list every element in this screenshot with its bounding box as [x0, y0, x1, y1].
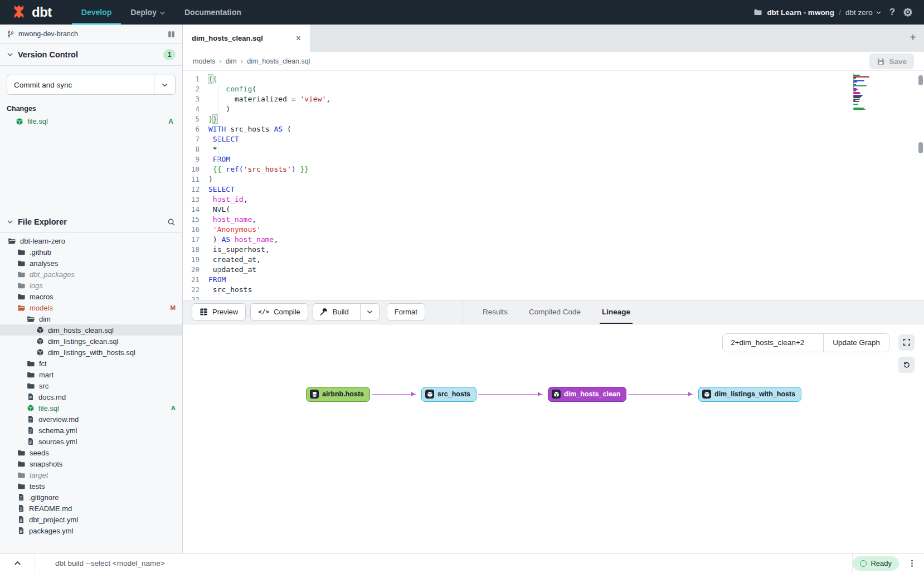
tree-item-packages-yml[interactable]: packages.yml	[0, 525, 182, 536]
save-button[interactable]: Save	[869, 54, 914, 69]
environment-selector[interactable]: dbt zero	[845, 8, 882, 17]
commit-and-sync-button[interactable]: Commit and sync	[7, 75, 176, 95]
lineage-node-dim-hosts-clean[interactable]: dim_hosts_clean	[548, 387, 626, 402]
tree-item-file-sql[interactable]: file.sqlA	[0, 402, 182, 414]
tree-item-dim-listings-with-hosts-sql[interactable]: dim_listings_with_hosts.sql	[0, 347, 182, 358]
nav-deploy[interactable]: Deploy	[121, 0, 175, 25]
tree-item-label: sources.yml	[38, 438, 77, 446]
folder-icon	[17, 270, 26, 279]
code-text: host_name,	[208, 215, 256, 225]
tree-item-logs[interactable]: logs	[0, 280, 182, 291]
breadcrumb: models › dim › dim_hosts_clean.sql Save	[183, 52, 924, 71]
new-tab-button[interactable]: +	[910, 31, 916, 44]
format-button[interactable]: Format	[387, 303, 425, 321]
lineage-edge	[372, 394, 416, 395]
code-line: 19 created_at,	[183, 255, 924, 265]
version-control-header[interactable]: Version Control 1	[0, 44, 182, 66]
tree-item-dbt-packages[interactable]: dbt_packages	[0, 269, 182, 280]
command-input[interactable]: dbt build --select <model_name>	[35, 559, 852, 567]
collapse-chevron-up-icon[interactable]	[0, 559, 35, 567]
changed-file-row[interactable]: file.sql A	[7, 116, 176, 127]
tree-item-models[interactable]: modelsM	[0, 302, 182, 313]
code-editor[interactable]: 1{{2 config(3 materialized = 'view',4 )5…	[183, 71, 924, 300]
tree-item-label: packages.yml	[29, 527, 73, 535]
panel-tab-compiled-code[interactable]: Compiled Code	[529, 300, 581, 324]
close-icon[interactable]: ×	[296, 33, 301, 43]
code-text: *	[208, 144, 217, 154]
code-text: SELECT	[208, 184, 235, 195]
search-icon[interactable]	[167, 218, 176, 226]
docs-book-icon[interactable]	[167, 30, 176, 38]
folder-icon	[17, 293, 26, 301]
tree-item-dim-listings-clean-sql[interactable]: dim_listings_clean.sql	[0, 336, 182, 347]
dbt-brand[interactable]: dbt	[0, 0, 62, 25]
commit-options-caret[interactable]	[154, 75, 175, 94]
preview-button[interactable]: Preview	[192, 303, 246, 321]
code-line: 3 materialized = 'view',	[183, 94, 924, 104]
tree-item-src[interactable]: src	[0, 380, 182, 391]
build-main-segment[interactable]: Build	[313, 308, 356, 316]
code-line: 14 NVL(	[183, 205, 924, 215]
tree-item-dim-hosts-clean-sql[interactable]: dim_hosts_clean.sql	[0, 324, 182, 336]
file-explorer-header[interactable]: File Explorer	[0, 211, 182, 233]
tree-item-tests[interactable]: tests	[0, 480, 182, 492]
changed-file-name: file.sql	[27, 117, 48, 125]
tree-item-fct[interactable]: fct	[0, 358, 182, 369]
tree-item-snapshots[interactable]: snapshots	[0, 458, 182, 469]
panel-tab-results[interactable]: Results	[483, 300, 508, 324]
code-text: NVL(	[208, 205, 230, 215]
line-number: 15	[183, 215, 208, 225]
command-bar: dbt build --select <model_name> Ready	[0, 553, 924, 573]
line-number: 3	[183, 94, 208, 104]
tree-item-schema-yml[interactable]: schema.yml	[0, 425, 182, 436]
tree-item-dbt-learn-zero[interactable]: dbt-learn-zero	[0, 235, 182, 246]
help-icon[interactable]: ?	[889, 7, 895, 18]
code-line: 16 'Anonymous'	[183, 225, 924, 235]
scrollbar-thumb[interactable]	[918, 142, 923, 153]
line-number: 5	[183, 114, 208, 124]
project-selector[interactable]: dbt Learn - mwong / dbt zero	[753, 8, 881, 17]
tree-item-overview-md[interactable]: overview.md	[0, 414, 182, 425]
code-line: 6WITH src_hosts AS (	[183, 124, 924, 134]
save-label: Save	[889, 57, 907, 66]
minimap[interactable]	[853, 74, 871, 111]
build-button[interactable]: Build	[313, 303, 380, 321]
tree-item-label: logs	[30, 281, 43, 290]
tree-item--gitignore[interactable]: .gitignore	[0, 492, 182, 503]
model-cube-icon	[702, 390, 711, 399]
panel-tab-lineage[interactable]: Lineage	[602, 300, 630, 324]
tree-item-readme-md[interactable]: README.md	[0, 503, 182, 514]
sidebar: mwong-dev-branch Version Control 1 Commi…	[0, 25, 183, 553]
build-options-caret[interactable]	[360, 304, 379, 320]
panel-tabs: ResultsCompiled CodeLineage	[473, 300, 630, 324]
tree-item-mart[interactable]: mart	[0, 369, 182, 380]
gear-icon[interactable]: ⚙	[903, 6, 913, 19]
nav-develop[interactable]: Develop	[72, 0, 121, 25]
compile-button[interactable]: </>Compile	[250, 303, 308, 321]
tree-item--github[interactable]: .github	[0, 246, 182, 258]
tree-item-label: seeds	[30, 449, 49, 457]
button-label: Format	[395, 308, 417, 316]
tree-item-sources-yml[interactable]: sources.yml	[0, 436, 182, 447]
code-text: src_hosts	[208, 285, 252, 295]
tree-item-analyses[interactable]: analyses	[0, 258, 182, 269]
tree-item-dbt-project-yml[interactable]: dbt_project.yml	[0, 514, 182, 525]
command-bar-right: Ready	[853, 553, 924, 573]
tree-item-target[interactable]: target	[0, 469, 182, 480]
lineage-node-airbnb-hosts[interactable]: airbnb.hosts	[306, 387, 370, 402]
tab-dim-hosts-clean[interactable]: dim_hosts_clean.sql ×	[183, 25, 310, 52]
file-icon	[27, 438, 35, 445]
tree-item-docs-md[interactable]: docs.md	[0, 391, 182, 402]
scrollbar-thumb[interactable]	[918, 75, 923, 85]
kebab-menu-icon[interactable]	[908, 559, 916, 567]
changes-label: Changes	[7, 105, 176, 113]
tree-item-dim[interactable]: dim	[0, 313, 182, 324]
lineage-node-dim-listings-with-hosts[interactable]: dim_listings_with_hosts	[698, 387, 801, 402]
tree-item-macros[interactable]: macros	[0, 291, 182, 302]
changes-count-badge: 1	[163, 49, 176, 60]
tree-item-label: .gitignore	[29, 493, 59, 502]
tree-item-seeds[interactable]: seeds	[0, 447, 182, 458]
nav-documentation[interactable]: Documentation	[175, 0, 251, 25]
lineage-node-src-hosts[interactable]: src_hosts	[421, 387, 476, 402]
nav-right: dbt Learn - mwong / dbt zero ? ⚙	[753, 0, 924, 25]
